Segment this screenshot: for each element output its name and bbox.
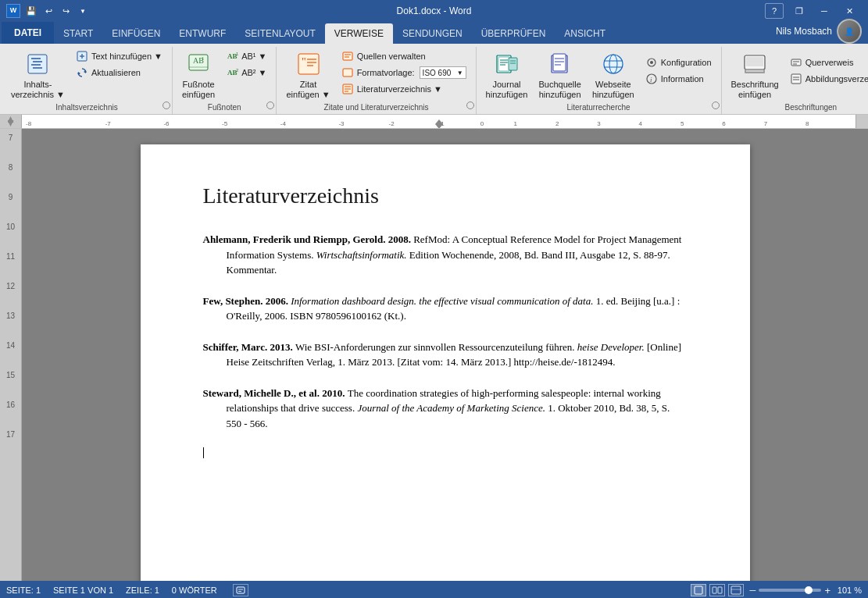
webseite-label: Webseitehinzufügen: [592, 80, 634, 100]
zoom-in-btn[interactable]: +: [824, 585, 830, 596]
group-literaturrecherche: Journalhinzufügen Buchquellehinzufügen: [477, 47, 722, 114]
btn-text-hinzufügen[interactable]: Text hinzufügen ▼: [71, 48, 167, 64]
svg-rect-59: [791, 74, 801, 84]
tab-ansicht[interactable]: ANSICHT: [555, 23, 615, 44]
line-num-9: 9: [0, 191, 21, 221]
group-inhaltsverzeichnis-content: Inhalts-verzeichnis ▼ Text hinzufügen ▼ …: [6, 47, 167, 101]
abbildungsverzeichnis-label: Abbildungsverzeichnis: [805, 74, 868, 84]
view-icons: [691, 584, 744, 596]
save-quick-btn[interactable]: 💾: [23, 3, 39, 19]
btn-abbildungsverzeichnis[interactable]: Abbildungsverzeichnis: [785, 71, 868, 87]
view-web-icon[interactable]: [728, 584, 744, 596]
beschriftung-label: Beschriftungeinfügen: [731, 80, 779, 100]
view-read-icon[interactable]: [709, 584, 725, 596]
zitate-small-group: Quellen verwalten Formatvorlage: ISO 690…: [337, 48, 471, 97]
ribbon-content: Inhalts-verzeichnis ▼ Text hinzufügen ▼ …: [0, 44, 868, 115]
btn-literaturverzeichnis[interactable]: Literaturverzeichnis ▼: [337, 81, 471, 97]
entry1-journal: Wirtschaftsinformatik.: [316, 249, 407, 261]
user-area: Nils Mosbach 👤: [776, 19, 868, 44]
line-num-11: 11: [0, 251, 21, 280]
btn-konfiguration[interactable]: Konfiguration: [641, 55, 716, 70]
btn-nächste-fußnote[interactable]: AB1 AB¹ ▼: [221, 48, 271, 64]
ruler-scale: -8 -7 -6 -5 -4 -3 -2 -1 0 1 2 3 4 5 6 7 …: [22, 115, 855, 128]
btn-formatvorlage[interactable]: Formatvorlage: ISO 690 ▼: [337, 65, 471, 80]
svg-rect-32: [498, 57, 509, 71]
btn-querverweis[interactable]: Querverweis: [785, 55, 868, 70]
tab-seitenlayout[interactable]: SEITENLAYOUT: [235, 23, 324, 44]
konfiguration-label: Konfiguration: [661, 58, 712, 67]
group-inhaltsverzeichnis-label: Inhaltsverzeichnis: [6, 101, 167, 114]
group-lit-content: Journalhinzufügen Buchquellehinzufügen: [481, 47, 716, 101]
line-num-15: 15: [0, 369, 21, 399]
tab-entwurf[interactable]: ENTWURF: [170, 23, 235, 44]
quick-access-toolbar: 💾 ↩ ↪ ▼: [23, 3, 91, 19]
refresh-icon: [76, 66, 88, 79]
svg-text:1: 1: [202, 55, 205, 62]
word-count-icon[interactable]: [233, 584, 248, 596]
btn-quellen-verwalten[interactable]: Quellen verwalten: [337, 48, 471, 64]
zoom-out-btn[interactable]: ─: [750, 586, 756, 595]
tab-datei[interactable]: DATEI: [2, 22, 54, 44]
btn-webseite-hinzufügen[interactable]: Webseitehinzufügen: [588, 48, 639, 100]
svg-marker-8: [84, 70, 86, 73]
tab-sendungen[interactable]: SENDUNGEN: [393, 23, 472, 44]
svg-rect-72: [713, 587, 716, 593]
ruler-left-margin: [0, 115, 22, 128]
table-of-figs-icon: [790, 73, 802, 85]
line-num-14: 14: [0, 340, 21, 369]
svg-rect-23: [343, 52, 352, 60]
journal-label: Journalhinzufügen: [486, 80, 528, 100]
quellen-verwalten-label: Quellen verwalten: [357, 52, 426, 61]
tab-überprüfen[interactable]: ÜBERPRÜFEN: [472, 23, 555, 44]
btn-inhaltsverzeichnis[interactable]: Inhalts-verzeichnis ▼: [6, 48, 70, 100]
redo-btn[interactable]: ↪: [58, 3, 73, 19]
undo-btn[interactable]: ↩: [41, 3, 56, 19]
buchquelle-label: Buchquellehinzufügen: [538, 80, 580, 100]
status-line: ZEILE: 1: [126, 586, 159, 595]
beschr-small-group: Querverweis Abbildungsverzeichnis: [785, 48, 868, 87]
entry4-journal: Journal of the Academy of Marketing Scie…: [357, 402, 545, 414]
btn-beschriftung-einfügen[interactable]: Beschriftungeinfügen: [727, 48, 784, 100]
citation-icon: ": [296, 52, 321, 77]
bib-entry-4: Steward, Michelle D., et al. 2010. The c…: [203, 386, 688, 432]
btn-endnote[interactable]: AB2 AB² ▼: [221, 65, 271, 80]
quick-access-dropdown[interactable]: ▼: [75, 3, 91, 19]
formatvorlage-select[interactable]: ISO 690 ▼: [420, 66, 466, 79]
entry3-author: Schiffer, Marc. 2013.: [203, 341, 295, 353]
btn-information[interactable]: i Information: [641, 71, 716, 87]
document-title: Literaturverzeichnis: [203, 183, 688, 208]
view-print-icon[interactable]: [691, 584, 706, 596]
tab-start[interactable]: START: [54, 23, 102, 44]
group-zitate-label: Zitate und Literaturverzeichnis: [281, 101, 470, 114]
fn2-label: AB² ▼: [241, 68, 266, 77]
tab-einfügen[interactable]: EINFÜGEN: [102, 23, 170, 44]
toc-label: Inhalts-verzeichnis ▼: [11, 80, 65, 100]
btn-journal-hinzufügen[interactable]: Journalhinzufügen: [481, 48, 533, 100]
querverweis-label: Querverweis: [805, 58, 854, 67]
toc-small-group: Text hinzufügen ▼ Aktualisieren: [71, 48, 167, 80]
document-page[interactable]: Literaturverzeichnis Ahlemann, Frederik …: [141, 144, 750, 581]
fn1-label: AB¹ ▼: [241, 52, 266, 61]
tab-verweise[interactable]: VERWEISE: [325, 23, 393, 44]
btn-aktualisieren[interactable]: Aktualisieren: [71, 65, 167, 80]
entry4-author: Steward, Michelle D., et al. 2010.: [203, 387, 348, 399]
group-fußnoten-content: AB 1 Fußnoteeinfügen AB1 AB¹ ▼ AB2: [177, 47, 272, 101]
svg-rect-26: [343, 69, 352, 77]
status-bar: SEITE: 1 SEITE 1 VON 1 ZEILE: 1 0 WÖRTER…: [0, 581, 868, 598]
help-button[interactable]: ?: [765, 3, 784, 19]
fn-small-group: AB1 AB¹ ▼ AB2 AB² ▼: [221, 48, 271, 80]
btn-fußnote-einfügen[interactable]: AB 1 Fußnoteeinfügen: [177, 48, 220, 100]
svg-rect-53: [746, 57, 763, 66]
cursor-line: [203, 447, 688, 459]
bib-icon: [341, 83, 354, 95]
zoom-slider[interactable]: [759, 589, 821, 592]
title-bar: W 💾 ↩ ↪ ▼ Dok1.docx - Word ? ❐ ─ ✕: [0, 0, 868, 22]
bib-entry-1: Ahlemann, Frederik und Riempp, Gerold. 2…: [203, 232, 688, 278]
btn-zitat-einfügen[interactable]: " Zitateinfügen ▼: [281, 48, 334, 100]
line-num-12: 12: [0, 280, 21, 310]
btn-buchquelle-hinzufügen[interactable]: Buchquellehinzufügen: [534, 48, 585, 100]
svg-text:1: 1: [236, 52, 238, 56]
group-zitate: " Zitateinfügen ▼ Quellen verwalten: [277, 47, 476, 114]
line-num-10: 10: [0, 221, 21, 251]
entry1-author: Ahlemann, Frederik und Riempp, Gerold. 2…: [203, 233, 414, 245]
